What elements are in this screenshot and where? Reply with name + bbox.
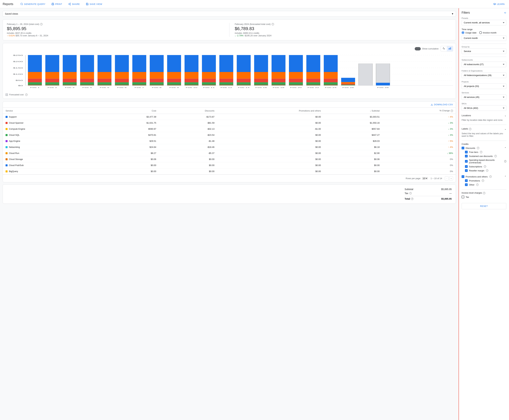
svg-rect-108 bbox=[272, 84, 285, 85]
svg-rect-127 bbox=[324, 82, 338, 84]
next-page-btn[interactable]: › bbox=[449, 176, 453, 180]
credits-section: Credits Discounts ? ⌃ Fre bbox=[462, 143, 506, 187]
labels-header[interactable]: Labels ? ⌄ bbox=[462, 127, 506, 131]
spending-based-item: Spending based discounts (contractual) ? bbox=[462, 158, 506, 165]
svg-rect-30 bbox=[45, 84, 59, 85]
subscriptions-help-icon[interactable]: ? bbox=[484, 165, 486, 168]
svg-rect-54 bbox=[115, 84, 129, 85]
locations-section: Locations ⌄ Filter by location data like… bbox=[462, 113, 506, 123]
svg-text:Feb 22: Feb 22 bbox=[307, 87, 319, 88]
filters-collapse-btn[interactable]: ➪ bbox=[504, 11, 506, 14]
tax-help-icon[interactable]: ? bbox=[409, 192, 412, 195]
invoice-month-option[interactable]: Invoice month bbox=[479, 31, 497, 34]
total-help-icon[interactable]: ? bbox=[411, 198, 413, 200]
current-period-select[interactable]: Current month bbox=[462, 35, 506, 41]
svg-rect-74 bbox=[167, 79, 181, 82]
discounts-help-icon[interactable]: ? bbox=[477, 147, 479, 149]
change-help-icon[interactable]: ? bbox=[451, 110, 453, 112]
svg-rect-92 bbox=[219, 79, 233, 82]
reseller-margin-help-icon[interactable]: ? bbox=[486, 169, 488, 172]
presets-select[interactable]: Current month, all services bbox=[462, 20, 506, 25]
share-button[interactable]: SHARE bbox=[66, 2, 81, 6]
subtotal-cell-4: $28.03 bbox=[324, 138, 382, 144]
sustained-use-help-icon[interactable]: ? bbox=[494, 155, 497, 157]
chart-area: $250 $200 $150 $100 $50 $0 bbox=[6, 53, 453, 92]
locations-header[interactable]: Locations ⌄ bbox=[462, 113, 506, 117]
service-name: BigQuery bbox=[9, 170, 18, 172]
rows-per-page-select[interactable]: 10 25 50 bbox=[422, 177, 428, 180]
reseller-margin-checkbox[interactable] bbox=[465, 169, 468, 172]
svg-rect-55 bbox=[115, 82, 129, 84]
col-discounts: Discounts bbox=[159, 108, 217, 114]
usage-date-radio[interactable] bbox=[462, 31, 464, 34]
discounts-section: Discounts ? ⌃ Free tiers ? S bbox=[462, 146, 506, 172]
change-cell-9: 0% bbox=[382, 168, 456, 174]
generate-query-button[interactable]: GENERATE QUERY bbox=[19, 2, 47, 6]
cumulative-toggle-btn[interactable] bbox=[415, 47, 421, 51]
svg-rect-37 bbox=[63, 82, 77, 84]
promo-cell-3: $0.00 bbox=[217, 132, 324, 138]
forecast-help-icon[interactable]: ? bbox=[25, 94, 28, 96]
promotions-and-others-help-icon[interactable]: ? bbox=[489, 175, 492, 178]
promotions-and-others-checkbox[interactable] bbox=[462, 175, 464, 178]
stat2-value: $6,789.83 bbox=[235, 26, 452, 31]
stat2-help-icon[interactable]: ? bbox=[272, 23, 274, 25]
table-row: Cloud SQL $470.81 -$23.54 $0.00 $447.27 … bbox=[3, 132, 456, 138]
spending-based-checkbox[interactable] bbox=[465, 160, 468, 163]
col-subtotal: ↓ Subtotal bbox=[324, 108, 382, 114]
discounts-checkbox[interactable] bbox=[462, 147, 464, 149]
other-help-icon[interactable]: ? bbox=[476, 184, 479, 186]
skus-select[interactable]: All SKUs (402) bbox=[462, 105, 506, 111]
sustained-use-checkbox[interactable] bbox=[465, 155, 468, 158]
svg-rect-58 bbox=[115, 55, 129, 72]
prev-page-btn[interactable]: ‹ bbox=[445, 176, 449, 180]
service-cell-4: App Engine bbox=[3, 138, 100, 144]
svg-rect-9 bbox=[450, 48, 450, 50]
promotions-checkbox[interactable] bbox=[465, 179, 468, 182]
labels-help-icon[interactable]: ? bbox=[469, 128, 471, 130]
service-cell-1: Cloud Spanner bbox=[3, 120, 100, 126]
svg-rect-118 bbox=[289, 55, 303, 72]
chevron-up-icon[interactable]: ⌃ bbox=[504, 175, 506, 178]
free-tiers-help-icon[interactable]: ? bbox=[480, 151, 482, 153]
tax-checkbox[interactable] bbox=[462, 196, 464, 198]
promotions-help-icon[interactable]: ? bbox=[482, 180, 484, 182]
invoice-charges-help-icon[interactable]: ? bbox=[483, 192, 485, 194]
learn-button[interactable]: LEARN bbox=[492, 2, 506, 6]
svg-text:Feb 20: Feb 20 bbox=[290, 87, 302, 88]
reset-button[interactable]: RESET bbox=[462, 203, 506, 209]
svg-rect-73 bbox=[167, 82, 181, 84]
projects-select[interactable]: All projects (53) bbox=[462, 83, 506, 89]
subaccounts-select[interactable]: All subaccounts (27) bbox=[462, 61, 506, 67]
invoice-month-radio[interactable] bbox=[479, 31, 482, 34]
bar-chart-btn[interactable] bbox=[447, 46, 453, 51]
promotions-content: Promotions ? Other ? bbox=[462, 179, 506, 187]
services-select[interactable]: All services (45) bbox=[462, 94, 506, 100]
line-chart-btn[interactable] bbox=[441, 46, 447, 51]
table-section: DOWNLOAD CSV Service Cost Discounts Prom… bbox=[3, 101, 456, 182]
spending-based-help-icon[interactable]: ? bbox=[504, 160, 506, 163]
svg-rect-90 bbox=[219, 84, 233, 85]
saved-views-select[interactable]: Saved views ▼ bbox=[3, 11, 456, 17]
svg-rect-110 bbox=[272, 79, 285, 82]
other-checkbox[interactable] bbox=[465, 183, 468, 186]
subscriptions-checkbox[interactable] bbox=[465, 165, 468, 168]
promo-cell-8: $0.00 bbox=[217, 162, 324, 168]
table-row: App Engine $29.51 -$1.48 $0.00 $28.03 ↑ … bbox=[3, 138, 456, 144]
svg-text:Feb 8: Feb 8 bbox=[152, 87, 162, 88]
print-button[interactable]: PRINT bbox=[50, 2, 64, 6]
save-view-button[interactable]: SAVE VIEW bbox=[84, 2, 104, 6]
stat1-help-icon[interactable]: ? bbox=[40, 23, 43, 25]
group-by-select[interactable]: Service bbox=[462, 48, 506, 54]
subtotal-cell-2: $557.84 bbox=[324, 126, 382, 132]
svg-text:Feb 3: Feb 3 bbox=[65, 87, 74, 88]
download-csv-button[interactable]: DOWNLOAD CSV bbox=[431, 103, 453, 106]
svg-rect-140 bbox=[376, 83, 390, 85]
folders-select[interactable]: All folders/organizations (28) bbox=[462, 73, 506, 78]
arrow-up-icon: ↑ bbox=[7, 34, 8, 37]
chevron-up-icon[interactable]: ⌃ bbox=[504, 147, 506, 149]
usage-date-option[interactable]: Usage date bbox=[462, 31, 477, 34]
free-tiers-checkbox[interactable] bbox=[465, 151, 468, 153]
col-change: % Change ? bbox=[382, 108, 456, 114]
subtotal-cell-5: $6.18 bbox=[324, 144, 382, 150]
